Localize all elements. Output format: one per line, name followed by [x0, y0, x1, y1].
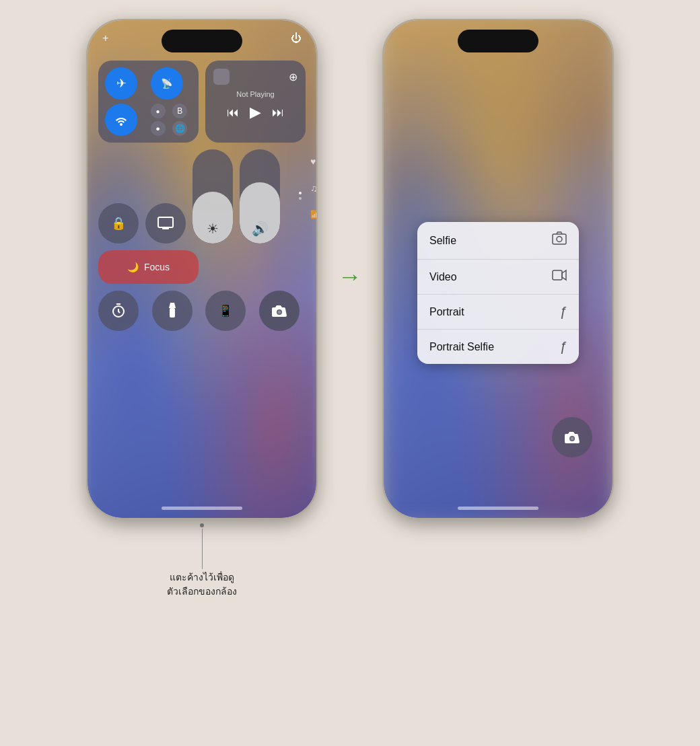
power-icon[interactable]: ⏻: [291, 32, 302, 44]
orientation-lock-button[interactable]: 🔒: [98, 203, 139, 244]
fast-forward-button[interactable]: ⏭: [272, 106, 284, 120]
video-label: Video: [429, 271, 457, 283]
selfie-icon: [552, 231, 567, 250]
brightness-slider[interactable]: ☀: [193, 149, 233, 244]
portrait-option[interactable]: Portrait ƒ: [417, 295, 579, 330]
bluetooth-button[interactable]: B: [172, 104, 187, 118]
home-indicator-1: [162, 507, 242, 510]
globe-button[interactable]: 🌐: [172, 121, 187, 136]
portrait-selfie-option[interactable]: Portrait Selfie ƒ: [417, 330, 579, 364]
portrait-selfie-icon: ƒ: [559, 339, 567, 355]
portrait-selfie-label: Portrait Selfie: [429, 341, 494, 353]
selfie-label: Selfie: [429, 235, 456, 247]
phone2: Selfie Video: [384, 20, 612, 518]
media-player-block: ⊕ Not Playing ⏮ ▶ ⏭: [205, 61, 306, 143]
not-playing-label: Not Playing: [213, 90, 298, 98]
svg-point-10: [571, 437, 574, 441]
camera-button[interactable]: [259, 291, 300, 331]
annotation: แตะค้างไว้เพื่อดู ตัวเลือกของกล้อง: [167, 523, 237, 599]
screen-mirror-button[interactable]: [145, 203, 186, 244]
phone1-top-bar: + ⏻: [88, 32, 316, 44]
moon-icon: 🌙: [127, 262, 139, 272]
video-option[interactable]: Video: [417, 260, 579, 295]
main-scene: + ⏻ ✈ 📡: [88, 20, 612, 518]
svg-point-5: [277, 311, 281, 314]
focus-label: Focus: [144, 262, 170, 272]
portrait-icon: ƒ: [559, 304, 567, 320]
svg-point-7: [557, 237, 562, 242]
control-center: ✈ 📡 ● B ●: [98, 61, 306, 331]
timer-button[interactable]: [98, 291, 139, 331]
airplay-icon[interactable]: ⊕: [289, 71, 298, 83]
flashlight-button[interactable]: [152, 291, 193, 331]
heart-icon: ♥: [310, 156, 316, 167]
remote-button[interactable]: 📱: [205, 291, 246, 331]
page-dots: [299, 192, 302, 200]
music-icon: ♫: [310, 183, 316, 194]
focus-button[interactable]: 🌙 Focus: [98, 250, 199, 284]
wifi-calling-button[interactable]: 📡: [151, 67, 183, 100]
volume-slider[interactable]: 🔊: [240, 149, 280, 244]
svg-rect-8: [553, 270, 562, 280]
rewind-button[interactable]: ⏮: [227, 106, 239, 120]
phone1-container: + ⏻ ✈ 📡: [88, 20, 316, 518]
phone1: + ⏻ ✈ 📡: [88, 20, 316, 518]
signal-icon: 📶: [310, 210, 316, 219]
svg-rect-0: [158, 217, 173, 227]
annotation-line: [202, 529, 203, 569]
video-icon: [552, 269, 567, 285]
play-button[interactable]: ▶: [250, 104, 261, 121]
focus-dot: ●: [151, 121, 166, 136]
camera-popup-menu: Selfie Video: [417, 222, 579, 364]
annotation-text: แตะค้างไว้เพื่อดู ตัวเลือกของกล้อง: [167, 570, 237, 599]
svg-rect-6: [553, 234, 566, 244]
svg-rect-1: [162, 227, 169, 229]
selfie-option[interactable]: Selfie: [417, 222, 579, 260]
phone2-camera-button[interactable]: [552, 417, 592, 457]
wifi-button[interactable]: [105, 104, 137, 136]
bottom-buttons-row: 📱: [98, 291, 306, 331]
media-app-icon: [213, 69, 230, 85]
cellular-button[interactable]: ●: [151, 104, 166, 118]
connectivity-block: ✈ 📡 ● B ●: [98, 61, 199, 143]
svg-rect-3: [170, 308, 175, 318]
airplane-mode-button[interactable]: ✈: [105, 67, 137, 100]
arrow-container: →: [330, 262, 370, 291]
arrow-icon: →: [338, 262, 362, 291]
page-dot-2: [299, 197, 302, 200]
plus-icon[interactable]: +: [102, 32, 108, 44]
annotation-dot: [200, 523, 204, 527]
dynamic-island-2: [458, 30, 538, 52]
page-dot-1: [299, 192, 302, 194]
portrait-label: Portrait: [429, 306, 464, 318]
phone2-container: Selfie Video: [384, 20, 612, 518]
home-indicator-2: [458, 507, 538, 510]
